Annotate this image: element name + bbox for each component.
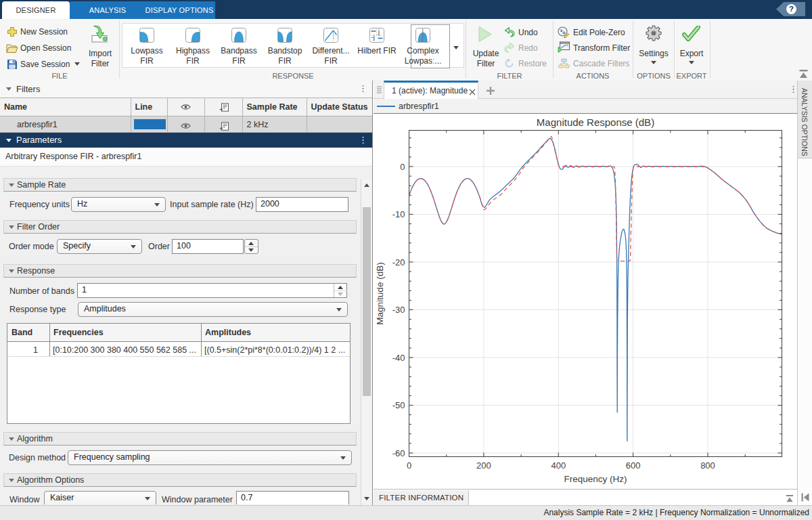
- svg-text:0: 0: [400, 162, 405, 172]
- svg-text:-50: -50: [392, 400, 405, 410]
- svg-text:Frequency (Hz): Frequency (Hz): [564, 474, 627, 484]
- svg-text:400: 400: [551, 460, 566, 471]
- svg-text:-40: -40: [392, 353, 405, 363]
- svg-text:-30: -30: [392, 305, 405, 315]
- svg-text:-60: -60: [392, 448, 405, 458]
- svg-text:Magnitude Response (dB): Magnitude Response (dB): [537, 116, 654, 128]
- svg-text:j: j: [378, 28, 380, 35]
- svg-text:-10: -10: [392, 209, 405, 219]
- svg-text:800: 800: [700, 460, 715, 471]
- svg-text:Magnitude (dB): Magnitude (dB): [375, 262, 385, 324]
- svg-text:0: 0: [407, 460, 411, 471]
- svg-text:-20: -20: [392, 257, 405, 267]
- svg-text:600: 600: [626, 460, 641, 471]
- svg-text:-j: -j: [371, 34, 375, 41]
- svg-text:200: 200: [476, 460, 491, 471]
